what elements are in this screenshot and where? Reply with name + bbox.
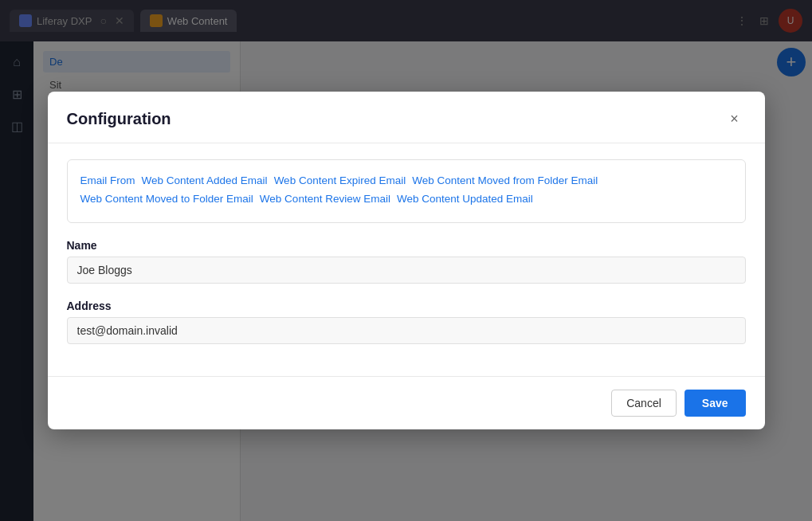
modal-title: Configuration (67, 110, 171, 128)
tab-web-content-moved-to-folder-email[interactable]: Web Content Moved to Folder Email (80, 191, 253, 206)
save-button[interactable]: Save (685, 390, 746, 417)
tabs-container: Email From Web Content Added Email Web C… (67, 159, 746, 223)
tab-web-content-added-email[interactable]: Web Content Added Email (142, 173, 268, 188)
name-label: Name (67, 239, 746, 252)
configuration-modal: Configuration × Email From Web Content A… (48, 92, 765, 429)
modal-header: Configuration × (48, 92, 765, 143)
modal-overlay: Configuration × Email From Web Content A… (0, 0, 812, 521)
tab-web-content-expired-email[interactable]: Web Content Expired Email (274, 173, 406, 188)
address-field-group: Address (67, 300, 746, 344)
name-input[interactable] (67, 257, 746, 284)
cancel-button[interactable]: Cancel (611, 390, 677, 417)
address-input[interactable] (67, 317, 746, 344)
tabs-row-2: Web Content Moved to Folder Email Web Co… (80, 191, 732, 206)
tab-email-from[interactable]: Email From (80, 173, 135, 188)
tabs-row-1: Email From Web Content Added Email Web C… (80, 173, 732, 188)
tab-web-content-updated-email[interactable]: Web Content Updated Email (397, 191, 533, 206)
address-label: Address (67, 300, 746, 312)
tab-web-content-review-email[interactable]: Web Content Review Email (260, 191, 390, 206)
tab-web-content-moved-from-folder-email[interactable]: Web Content Moved from Folder Email (412, 173, 598, 188)
modal-footer: Cancel Save (48, 376, 765, 429)
name-field-group: Name (67, 239, 746, 284)
modal-body: Email From Web Content Added Email Web C… (48, 143, 765, 376)
modal-close-button[interactable]: × (724, 108, 746, 130)
